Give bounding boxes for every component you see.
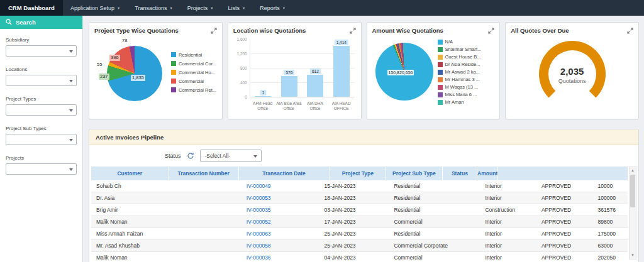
search-input[interactable]: Search: [0, 16, 82, 29]
transaction-link[interactable]: IV-000058: [242, 243, 319, 249]
table-row[interactable]: Brig Amir IV-000035 03-JAN-2023 Resident…: [91, 204, 628, 216]
nav-menu-item[interactable]: Reports ▾: [252, 0, 292, 16]
nav-menu-item[interactable]: Projects ▾: [180, 0, 221, 16]
nav-menu: Application Setup ▾ Transactions ▾ Proje…: [63, 0, 292, 16]
cell-amount: 100000: [593, 195, 628, 201]
filter-label: Project Sub Types: [6, 126, 77, 131]
filter-select[interactable]: [6, 104, 77, 116]
filter-select[interactable]: [6, 45, 77, 57]
legend-label: Residential: [179, 52, 202, 58]
legend-item[interactable]: Mr Aswad 2 ka...: [438, 69, 496, 75]
cell-amount: 89800: [593, 219, 628, 225]
transaction-link[interactable]: IV-000053: [242, 195, 319, 201]
legend-label: Mr Hammas 3 ...: [445, 77, 480, 82]
bar[interactable]: [281, 76, 297, 97]
scrollbar-thumb[interactable]: [630, 175, 635, 207]
nav-menu-item[interactable]: Application Setup ▾: [63, 0, 127, 16]
status-select[interactable]: -Select All-: [200, 150, 262, 162]
nav-crm-dashboard[interactable]: CRM Dashboard: [0, 0, 63, 16]
legend-swatch: [171, 70, 176, 75]
expand-icon[interactable]: [211, 28, 217, 34]
top-navbar: CRM Dashboard Application Setup ▾ Transa…: [0, 0, 644, 16]
legend-swatch: [438, 77, 443, 82]
filter-select[interactable]: [6, 75, 77, 86]
legend-item[interactable]: Shalimar Smart...: [438, 46, 496, 52]
legend-item[interactable]: Dr Asia Reside...: [438, 62, 496, 67]
column-header[interactable]: Customer: [91, 166, 169, 180]
bar-value-label: 1,414: [335, 40, 348, 45]
x-axis-label: AIA HEAD OFFICE: [328, 99, 355, 112]
transaction-link[interactable]: IV-000049: [242, 183, 319, 189]
cell-transaction-date: 25-JAN-2023: [319, 243, 389, 249]
legend-item[interactable]: Miss Maria 6 ...: [438, 92, 496, 97]
column-header[interactable]: Transaction Date: [239, 166, 330, 180]
filter-group: Project Types: [6, 96, 77, 116]
nav-menu-label: Transactions: [135, 5, 167, 11]
legend-item[interactable]: Commercial Ret...: [171, 87, 218, 93]
table-scrollbar[interactable]: ▲ ▼: [629, 166, 636, 259]
refresh-icon[interactable]: [187, 152, 194, 160]
legend-item[interactable]: Mr Hammas 3 ...: [438, 77, 496, 82]
column-header[interactable]: Project Type: [330, 166, 387, 180]
legend-item[interactable]: M Waqas (13 ...: [438, 84, 496, 90]
transaction-link[interactable]: IV-000063: [242, 231, 319, 237]
table-row[interactable]: Miss Amnah Faizan IV-000063 25-JAN-2023 …: [91, 228, 628, 240]
legend-item[interactable]: Mr Aman: [438, 99, 496, 105]
nav-menu-item[interactable]: Lists ▾: [220, 0, 252, 16]
legend-item[interactable]: Commercial Cor...: [171, 61, 218, 67]
card-title: Location wise Quotations: [233, 27, 306, 34]
table-row[interactable]: Sohaib Ch IV-000049 15-JAN-2023 Resident…: [91, 180, 628, 192]
cell-customer: Brig Amir: [91, 207, 242, 213]
scroll-up-icon[interactable]: ▲: [631, 167, 635, 174]
card-amount-quotations: Amount Wise Quotations 150,820,656 N/A: [367, 22, 501, 119]
legend-swatch: [171, 79, 176, 84]
legend-label: Commercial Ret...: [179, 87, 216, 93]
table-row[interactable]: Dr. Asia IV-000053 18-JAN-2023 Residenti…: [91, 192, 628, 204]
legend-item[interactable]: N/A: [438, 39, 496, 45]
legend-swatch: [171, 87, 176, 92]
legend-label: M Waqas (13 ...: [445, 84, 479, 90]
chevron-down-icon: ▾: [211, 6, 213, 11]
gauge-value: 2,035: [539, 66, 606, 77]
dashboard-cards-row: Project Type Wise Quotations 78 55 396 2…: [89, 22, 639, 119]
legend-swatch: [438, 47, 443, 52]
table-row[interactable]: Malik Noman IV-000052 17-JAN-2023 Commer…: [91, 216, 628, 228]
legend-swatch: [438, 70, 443, 75]
column-header[interactable]: Project Sub Type: [386, 166, 443, 180]
cell-amount: 63000: [593, 243, 628, 249]
legend-label: Dr Asia Reside...: [445, 62, 480, 67]
filter-select[interactable]: [6, 163, 77, 175]
y-axis-label: 400: [233, 81, 247, 85]
expand-icon[interactable]: [627, 28, 633, 34]
cell-status: APPROVED: [536, 254, 593, 261]
bar[interactable]: [255, 96, 271, 97]
table-row[interactable]: Malik Noman IV-000036 04-JAN-2023 Commer…: [91, 252, 628, 262]
cell-project-sub-type: Interior: [480, 195, 536, 201]
filter-select[interactable]: [6, 134, 77, 145]
cell-project-type: Commercial: [389, 254, 480, 261]
table-row[interactable]: Mr. Asad Khushab IV-000058 25-JAN-2023 C…: [91, 240, 628, 252]
overdue-gauge[interactable]: 2,035 Quotations: [539, 41, 606, 107]
pie-value-label: 237: [99, 74, 109, 80]
legend-item[interactable]: Commercial: [171, 79, 218, 84]
transaction-link[interactable]: IV-000036: [242, 254, 319, 261]
legend-item[interactable]: Guest House B...: [438, 54, 496, 60]
expand-icon[interactable]: [488, 28, 494, 34]
transaction-link[interactable]: IV-000035: [242, 207, 319, 213]
legend-swatch: [438, 100, 443, 105]
expand-icon[interactable]: [350, 28, 356, 34]
bar[interactable]: [333, 46, 350, 97]
status-filter-label: Status: [165, 153, 181, 159]
scroll-down-icon[interactable]: ▼: [631, 252, 635, 259]
cell-customer: Mr. Asad Khushab: [91, 243, 242, 249]
nav-menu-item[interactable]: Transactions ▾: [127, 0, 179, 16]
transaction-link[interactable]: IV-000052: [242, 219, 319, 225]
column-header[interactable]: Status: [443, 166, 477, 180]
legend-item[interactable]: Commercial Ho...: [171, 70, 218, 75]
bar[interactable]: [307, 75, 323, 97]
legend-item[interactable]: Residential: [171, 52, 218, 58]
column-header[interactable]: Transaction Number: [169, 166, 239, 180]
chevron-down-icon: ▾: [243, 6, 245, 11]
bar-value-label: 576: [284, 70, 294, 75]
column-header[interactable]: Amount: [477, 166, 498, 180]
